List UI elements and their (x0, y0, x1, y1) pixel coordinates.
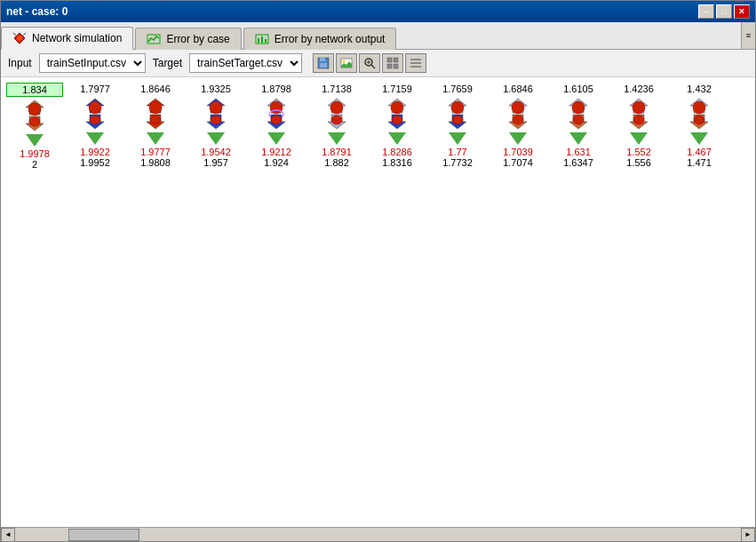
neuron-visual (255, 97, 298, 131)
input-value: 1.8646 (127, 83, 184, 95)
title-bar: net - case: 0 ─ □ ✕ (1, 1, 755, 22)
input-label: Input (8, 57, 32, 69)
tab-scrollbar[interactable]: ≡ (741, 22, 755, 49)
svg-rect-22 (410, 59, 421, 60)
neuron-cell: 1.4236 1.5521.556 (609, 81, 669, 171)
target-value: 1.471 (687, 157, 712, 168)
network-simulation-icon (12, 32, 27, 44)
input-value: 1.6846 (489, 83, 546, 95)
scroll-track[interactable] (15, 528, 741, 541)
toolbar-icons (313, 53, 426, 73)
scroll-thumb[interactable] (68, 529, 139, 541)
bottom-scrollbar: ◄ ► (1, 527, 755, 541)
target-select[interactable]: trainSetTarget.csv (189, 53, 302, 73)
svg-rect-23 (410, 62, 421, 64)
svg-point-63 (572, 101, 585, 114)
target-value: 1.6347 (563, 157, 593, 168)
svg-point-36 (150, 116, 161, 124)
neuron-cell: 1.834 1.99782 (4, 81, 65, 171)
svg-point-65 (573, 116, 584, 124)
minimize-button[interactable]: ─ (698, 4, 714, 19)
zoom-icon-button[interactable] (359, 53, 380, 73)
list-icon-button[interactable] (405, 53, 426, 73)
arrow-down-icon (569, 132, 587, 145)
target-label: Target (153, 57, 182, 69)
tab-network-simulation-label: Network simulation (32, 32, 122, 44)
neuron-cell: 1.7977 1.99221.9952 (65, 81, 125, 171)
neuron-grid: 1.834 1.997821.7977 1.99221.99521.8646 1… (4, 81, 752, 171)
neuron-visual (617, 97, 660, 131)
neuron-visual (376, 97, 418, 131)
svg-rect-7 (261, 36, 263, 43)
arrow-down-icon (690, 132, 708, 145)
window-title: net - case: 0 (6, 5, 68, 18)
output-value: 1.8286 (382, 147, 412, 157)
svg-point-30 (89, 101, 101, 114)
tab-network-simulation[interactable]: Network simulation (1, 27, 133, 50)
output-value: 1.9978 (20, 148, 50, 159)
output-value: 1.9922 (80, 147, 110, 157)
save-icon-button[interactable] (313, 53, 334, 73)
grid-container[interactable]: 1.834 1.997821.7977 1.99221.99521.8646 1… (1, 77, 755, 527)
arrow-down-icon (328, 132, 346, 145)
svg-point-59 (512, 101, 524, 114)
svg-line-2 (13, 33, 16, 36)
target-value: 1.7074 (503, 157, 533, 168)
scroll-left-button[interactable]: ◄ (1, 528, 15, 542)
neuron-cell: 1.6105 1.6311.6347 (548, 81, 609, 171)
arrow-down-icon (147, 132, 164, 145)
maximize-button[interactable]: □ (716, 4, 732, 19)
svg-point-45 (271, 116, 282, 124)
arrow-down-icon (26, 134, 44, 147)
target-value: 1.9952 (80, 157, 110, 168)
target-value: 1.957 (203, 157, 228, 168)
neuron-visual (195, 97, 237, 131)
output-value: 1.631 (566, 147, 591, 157)
svg-point-73 (694, 116, 704, 124)
svg-point-71 (693, 101, 705, 114)
close-button[interactable]: ✕ (734, 4, 750, 19)
input-value: 1.6105 (550, 83, 607, 95)
output-value: 1.467 (687, 147, 712, 157)
tab-error-by-case[interactable]: Error by case (135, 28, 241, 50)
svg-point-13 (343, 60, 346, 63)
tab-error-by-case-label: Error by case (166, 33, 229, 45)
tab-error-by-network-output[interactable]: Error by network output (243, 28, 397, 50)
tab-error-by-network-output-label: Error by network output (275, 33, 386, 45)
neuron-cell: 1.7659 1.771.7732 (427, 81, 488, 171)
svg-rect-24 (410, 66, 421, 68)
svg-point-38 (210, 101, 222, 114)
title-bar-buttons: ─ □ ✕ (698, 4, 750, 19)
target-value: 2 (32, 159, 37, 170)
target-value: 1.7732 (442, 157, 473, 168)
target-value: 1.8316 (382, 157, 412, 168)
svg-line-3 (23, 33, 26, 36)
input-value: 1.9325 (187, 83, 244, 95)
svg-point-55 (451, 101, 464, 114)
arrow-down-icon (388, 132, 406, 145)
svg-point-28 (29, 117, 40, 126)
input-value: 1.7977 (67, 83, 123, 95)
output-value: 1.7039 (503, 147, 533, 157)
grid-icon-button[interactable] (382, 53, 403, 73)
svg-point-51 (391, 101, 403, 114)
output-value: 1.8791 (322, 147, 352, 157)
arrow-down-icon (509, 132, 527, 145)
svg-point-1 (17, 36, 22, 41)
svg-point-26 (28, 103, 41, 116)
svg-rect-8 (265, 39, 267, 43)
svg-rect-19 (394, 58, 398, 62)
image-icon-button[interactable] (336, 53, 357, 73)
neuron-cell: 1.6846 1.70391.7074 (488, 81, 548, 171)
svg-rect-6 (258, 38, 259, 43)
neuron-cell: 1.8646 1.97771.9808 (125, 81, 186, 171)
svg-point-34 (149, 101, 162, 114)
scroll-right-button[interactable]: ► (741, 528, 755, 542)
main-content: 1.834 1.997821.7977 1.99221.99521.8646 1… (1, 77, 755, 541)
arrow-down-icon (449, 132, 466, 145)
neuron-visual (497, 97, 539, 131)
svg-point-67 (633, 101, 645, 114)
input-select[interactable]: trainSetInput.csv (39, 53, 146, 73)
output-value: 1.9542 (201, 147, 231, 157)
neuron-visual (134, 97, 177, 131)
